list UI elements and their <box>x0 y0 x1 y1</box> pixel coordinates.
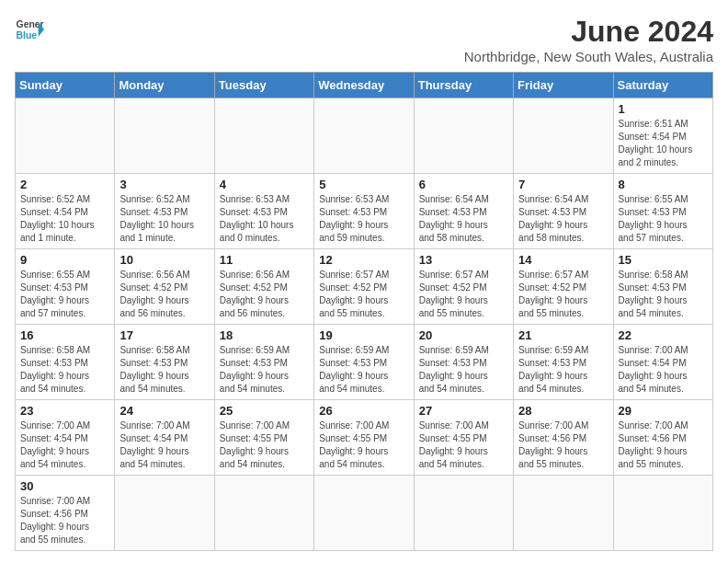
calendar-cell: 19Sunrise: 6:59 AM Sunset: 4:53 PM Dayli… <box>314 325 414 400</box>
day-info: Sunrise: 6:57 AM Sunset: 4:52 PM Dayligh… <box>419 269 508 320</box>
calendar-cell: 14Sunrise: 6:57 AM Sunset: 4:52 PM Dayli… <box>514 249 613 325</box>
calendar-body: 1Sunrise: 6:51 AM Sunset: 4:54 PM Daylig… <box>16 98 713 551</box>
day-info: Sunrise: 6:59 AM Sunset: 4:53 PM Dayligh… <box>419 344 508 396</box>
day-info: Sunrise: 6:58 AM Sunset: 4:53 PM Dayligh… <box>619 269 708 320</box>
calendar-cell <box>514 98 613 174</box>
day-info: Sunrise: 7:00 AM Sunset: 4:54 PM Dayligh… <box>119 419 209 471</box>
week-row-0: 1Sunrise: 6:51 AM Sunset: 4:54 PM Daylig… <box>16 98 713 174</box>
calendar-cell: 5Sunrise: 6:53 AM Sunset: 4:53 PM Daylig… <box>314 174 414 249</box>
week-row-3: 16Sunrise: 6:58 AM Sunset: 4:53 PM Dayli… <box>16 325 713 400</box>
calendar-cell: 21Sunrise: 6:59 AM Sunset: 4:53 PM Dayli… <box>514 325 613 400</box>
calendar-cell: 30Sunrise: 7:00 AM Sunset: 4:56 PM Dayli… <box>16 476 115 551</box>
calendar-subtitle: Northbridge, New South Wales, Australia <box>464 49 713 64</box>
day-number: 8 <box>619 178 708 191</box>
weekday-header-tuesday: Tuesday <box>214 73 313 98</box>
calendar-cell <box>214 98 313 174</box>
day-info: Sunrise: 6:52 AM Sunset: 4:53 PM Dayligh… <box>119 193 209 245</box>
day-number: 22 <box>619 328 708 342</box>
calendar-cell <box>514 476 613 551</box>
day-info: Sunrise: 6:56 AM Sunset: 4:52 PM Dayligh… <box>119 269 209 320</box>
day-info: Sunrise: 7:00 AM Sunset: 4:55 PM Dayligh… <box>319 419 408 471</box>
week-row-4: 23Sunrise: 7:00 AM Sunset: 4:54 PM Dayli… <box>16 400 713 476</box>
calendar-cell: 13Sunrise: 6:57 AM Sunset: 4:52 PM Dayli… <box>414 249 513 325</box>
day-number: 29 <box>619 404 708 418</box>
day-number: 18 <box>220 328 309 342</box>
calendar-cell: 1Sunrise: 6:51 AM Sunset: 4:54 PM Daylig… <box>613 98 712 174</box>
day-number: 16 <box>20 328 109 342</box>
calendar-cell: 6Sunrise: 6:54 AM Sunset: 4:53 PM Daylig… <box>414 174 513 249</box>
day-number: 19 <box>319 328 408 342</box>
calendar-cell: 9Sunrise: 6:55 AM Sunset: 4:53 PM Daylig… <box>16 249 115 325</box>
day-number: 10 <box>119 253 209 267</box>
day-info: Sunrise: 6:53 AM Sunset: 4:53 PM Dayligh… <box>319 193 408 245</box>
weekday-header-thursday: Thursday <box>414 73 513 98</box>
weekday-row: SundayMondayTuesdayWednesdayThursdayFrid… <box>16 73 713 98</box>
weekday-header-saturday: Saturday <box>613 73 712 98</box>
day-number: 11 <box>220 253 309 267</box>
day-number: 17 <box>119 328 209 342</box>
week-row-1: 2Sunrise: 6:52 AM Sunset: 4:54 PM Daylig… <box>16 174 713 249</box>
day-number: 7 <box>518 178 608 191</box>
calendar-title: June 2024 <box>464 15 713 49</box>
calendar-cell <box>414 98 513 174</box>
calendar-cell: 16Sunrise: 6:58 AM Sunset: 4:53 PM Dayli… <box>16 325 115 400</box>
day-info: Sunrise: 7:00 AM Sunset: 4:54 PM Dayligh… <box>619 344 708 396</box>
day-info: Sunrise: 7:00 AM Sunset: 4:54 PM Dayligh… <box>20 419 109 471</box>
day-number: 3 <box>119 178 209 191</box>
title-area: June 2024 Northbridge, New South Wales, … <box>464 15 713 64</box>
calendar-cell <box>214 476 313 551</box>
weekday-header-wednesday: Wednesday <box>314 73 414 98</box>
day-number: 14 <box>518 253 608 267</box>
day-number: 23 <box>20 404 109 418</box>
calendar-cell <box>314 98 414 174</box>
calendar-header: SundayMondayTuesdayWednesdayThursdayFrid… <box>16 73 713 98</box>
calendar-cell <box>314 476 414 551</box>
calendar-cell: 10Sunrise: 6:56 AM Sunset: 4:52 PM Dayli… <box>115 249 214 325</box>
calendar-cell: 24Sunrise: 7:00 AM Sunset: 4:54 PM Dayli… <box>115 400 214 476</box>
day-info: Sunrise: 6:54 AM Sunset: 4:53 PM Dayligh… <box>419 193 508 245</box>
day-info: Sunrise: 6:55 AM Sunset: 4:53 PM Dayligh… <box>619 193 708 245</box>
day-info: Sunrise: 6:59 AM Sunset: 4:53 PM Dayligh… <box>220 344 309 396</box>
calendar-table: SundayMondayTuesdayWednesdayThursdayFrid… <box>15 72 713 551</box>
day-info: Sunrise: 6:53 AM Sunset: 4:53 PM Dayligh… <box>220 193 309 245</box>
weekday-header-monday: Monday <box>115 73 214 98</box>
day-info: Sunrise: 6:59 AM Sunset: 4:53 PM Dayligh… <box>319 344 408 396</box>
calendar-cell: 29Sunrise: 7:00 AM Sunset: 4:56 PM Dayli… <box>613 400 712 476</box>
day-info: Sunrise: 6:57 AM Sunset: 4:52 PM Dayligh… <box>518 269 608 320</box>
day-number: 27 <box>419 404 508 418</box>
calendar-cell: 7Sunrise: 6:54 AM Sunset: 4:53 PM Daylig… <box>514 174 613 249</box>
calendar-cell: 3Sunrise: 6:52 AM Sunset: 4:53 PM Daylig… <box>115 174 214 249</box>
day-info: Sunrise: 7:00 AM Sunset: 4:55 PM Dayligh… <box>220 419 309 471</box>
calendar-cell: 20Sunrise: 6:59 AM Sunset: 4:53 PM Dayli… <box>414 325 513 400</box>
calendar-cell: 23Sunrise: 7:00 AM Sunset: 4:54 PM Dayli… <box>16 400 115 476</box>
day-number: 9 <box>20 253 109 267</box>
day-number: 12 <box>319 253 408 267</box>
calendar-cell: 26Sunrise: 7:00 AM Sunset: 4:55 PM Dayli… <box>314 400 414 476</box>
calendar-cell <box>115 476 214 551</box>
day-number: 28 <box>518 404 608 418</box>
day-info: Sunrise: 7:00 AM Sunset: 4:55 PM Dayligh… <box>419 419 508 471</box>
day-info: Sunrise: 6:59 AM Sunset: 4:53 PM Dayligh… <box>518 344 608 396</box>
day-number: 4 <box>220 178 309 191</box>
day-number: 6 <box>419 178 508 191</box>
calendar-cell <box>115 98 214 174</box>
day-info: Sunrise: 6:58 AM Sunset: 4:53 PM Dayligh… <box>119 344 209 396</box>
day-info: Sunrise: 6:57 AM Sunset: 4:52 PM Dayligh… <box>319 269 408 320</box>
weekday-header-friday: Friday <box>514 73 613 98</box>
day-info: Sunrise: 6:51 AM Sunset: 4:54 PM Dayligh… <box>619 118 708 169</box>
calendar-cell: 22Sunrise: 7:00 AM Sunset: 4:54 PM Dayli… <box>613 325 712 400</box>
calendar-cell: 28Sunrise: 7:00 AM Sunset: 4:56 PM Dayli… <box>514 400 613 476</box>
day-number: 15 <box>619 253 708 267</box>
day-number: 26 <box>319 404 408 418</box>
calendar-cell: 27Sunrise: 7:00 AM Sunset: 4:55 PM Dayli… <box>414 400 513 476</box>
day-info: Sunrise: 6:52 AM Sunset: 4:54 PM Dayligh… <box>20 193 109 245</box>
day-number: 5 <box>319 178 408 191</box>
calendar-cell: 8Sunrise: 6:55 AM Sunset: 4:53 PM Daylig… <box>613 174 712 249</box>
day-info: Sunrise: 7:00 AM Sunset: 4:56 PM Dayligh… <box>20 495 109 546</box>
day-number: 1 <box>619 102 708 116</box>
calendar-cell: 25Sunrise: 7:00 AM Sunset: 4:55 PM Dayli… <box>214 400 313 476</box>
header: General Blue June 2024 Northbridge, New … <box>15 15 713 64</box>
svg-text:Blue: Blue <box>17 30 38 40</box>
calendar-cell <box>16 98 115 174</box>
day-number: 2 <box>20 178 109 191</box>
